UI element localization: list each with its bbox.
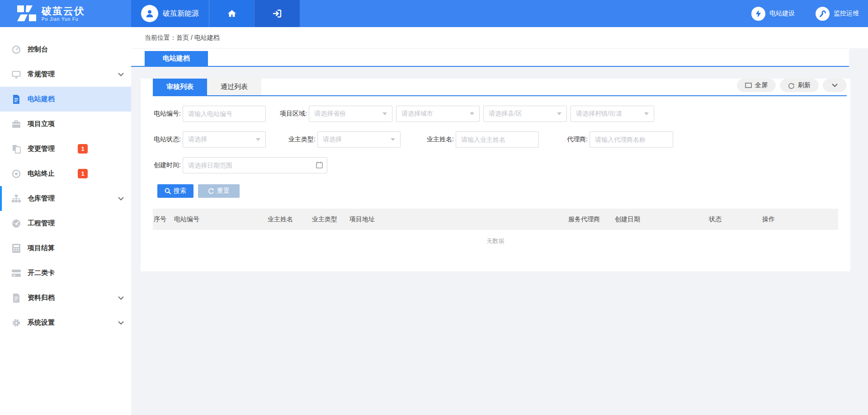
sidebar-item-label: 资料归档 bbox=[28, 294, 55, 302]
filter-row-1: 电站编号: 项目区域: 请选择省份 请选择城市 请选择县/区 bbox=[153, 106, 838, 122]
chevron-down-icon bbox=[118, 73, 124, 76]
search-label: 搜索 bbox=[174, 187, 186, 195]
sidebar-item-label: 项目结算 bbox=[28, 244, 55, 252]
card-icon bbox=[11, 270, 21, 277]
sidebar-item-warehouse-mgmt[interactable]: 仓库管理 bbox=[0, 186, 131, 211]
station-status-select[interactable]: 请选择 bbox=[183, 131, 266, 148]
province-select[interactable]: 请选择省份 bbox=[309, 106, 392, 122]
sidebar-item-label: 项目立项 bbox=[28, 120, 55, 128]
sidebar-item-system-settings[interactable]: 系统设置 bbox=[0, 310, 131, 335]
top-bar-right: 电站建设 监控运维 bbox=[300, 0, 868, 27]
nav-link-label: 监控运维 bbox=[834, 9, 859, 18]
table-header: 序号 电站编号 业主姓名 业主类型 项目地址 服务代理商 创建日期 状态 操作 bbox=[153, 209, 838, 230]
column-header: 服务代理商 bbox=[567, 215, 614, 224]
sidebar-item-label: 常规管理 bbox=[28, 70, 55, 79]
field-label: 业主类型: bbox=[288, 135, 316, 144]
sidebar-item-open-card[interactable]: 开二类卡 bbox=[0, 261, 131, 285]
field-label: 项目区域: bbox=[279, 110, 307, 118]
brand-logo: 破茧云伏 Po Jian Yun Fu bbox=[0, 0, 131, 27]
calculator-icon bbox=[11, 244, 21, 253]
sidebar-item-general-mgmt[interactable]: 常规管理 bbox=[0, 62, 131, 87]
sidebar-item-label: 电站建档 bbox=[28, 95, 55, 103]
column-header: 创建日期 bbox=[614, 215, 708, 224]
briefcase-icon bbox=[11, 120, 21, 128]
sidebar-item-console[interactable]: 控制台 bbox=[0, 37, 131, 62]
select-placeholder: 请选择城市 bbox=[401, 110, 433, 118]
home-button[interactable] bbox=[209, 0, 254, 27]
filter-form: 电站编号: 项目区域: 请选择省份 请选择城市 请选择县/区 bbox=[141, 96, 850, 173]
sidebar-item-label: 仓库管理 bbox=[28, 194, 55, 203]
lightning-icon bbox=[751, 7, 765, 21]
caret-down-icon bbox=[382, 112, 387, 115]
reset-icon bbox=[208, 188, 214, 194]
town-select[interactable]: 请选择村镇/街道 bbox=[571, 106, 654, 122]
search-button[interactable]: 搜索 bbox=[157, 184, 193, 198]
column-header: 操作 bbox=[761, 215, 838, 224]
city-select[interactable]: 请选择城市 bbox=[396, 106, 480, 122]
refresh-button[interactable]: 刷新 bbox=[780, 79, 819, 92]
avatar bbox=[141, 5, 158, 22]
breadcrumb-prefix: 当前位置： bbox=[145, 34, 176, 42]
calendar-icon bbox=[316, 161, 323, 168]
sidebar-item-label: 控制台 bbox=[28, 45, 48, 54]
reset-button[interactable]: 重置 bbox=[198, 184, 240, 198]
breadcrumb: 当前位置： 首页 / 电站建档 bbox=[131, 27, 868, 49]
refresh-label: 刷新 bbox=[798, 81, 811, 89]
column-header: 项目地址 bbox=[349, 215, 567, 224]
user-menu[interactable]: 破茧新能源 bbox=[131, 0, 209, 27]
tab-passed-list[interactable]: 通过列表 bbox=[207, 79, 261, 95]
tab-review-list[interactable]: 审核列表 bbox=[153, 79, 207, 95]
field-label: 电站状态: bbox=[153, 135, 181, 144]
fullscreen-button[interactable]: 全屏 bbox=[737, 79, 776, 92]
page-tab-station-filing[interactable]: 电站建档 bbox=[145, 51, 208, 66]
sidebar-item-data-archive[interactable]: 资料归档 bbox=[0, 285, 131, 310]
refresh-icon bbox=[788, 82, 795, 89]
breadcrumb-path: 首页 / 电站建档 bbox=[176, 34, 220, 42]
owner-name-input[interactable] bbox=[456, 131, 539, 148]
sidebar-item-station-filing[interactable]: 电站建档 bbox=[0, 87, 131, 112]
field-label: 代理商: bbox=[560, 135, 588, 144]
sidebar-item-project-settlement[interactable]: 项目结算 bbox=[0, 236, 131, 261]
filter-actions: 搜索 重置 bbox=[141, 183, 850, 198]
caret-down-icon bbox=[391, 138, 395, 141]
nav-station-construction[interactable]: 电站建设 bbox=[751, 7, 795, 21]
fullscreen-icon bbox=[745, 83, 752, 88]
column-header: 状态 bbox=[708, 215, 761, 224]
county-select[interactable]: 请选择县/区 bbox=[483, 106, 567, 122]
filter-row-2: 电站状态: 请选择 业主类型: 请选择 业主姓名: 代理商: bbox=[153, 131, 838, 148]
sidebar-item-project-initiation[interactable]: 项目立项 bbox=[0, 112, 131, 136]
date-range-input[interactable] bbox=[183, 157, 327, 173]
nav-link-label: 电站建设 bbox=[769, 9, 795, 18]
station-no-input[interactable] bbox=[183, 106, 266, 122]
panel-tab-bar: 审核列表 通过列表 全屏 刷新 bbox=[153, 79, 847, 96]
caret-down-icon bbox=[256, 138, 260, 141]
wrench-icon bbox=[816, 7, 830, 21]
column-header: 业主姓名 bbox=[267, 215, 311, 224]
owner-type-select[interactable]: 请选择 bbox=[317, 131, 401, 148]
sidebar: 控制台 常规管理 电站建档 项目立项 bbox=[0, 27, 131, 415]
monitor-icon bbox=[11, 70, 21, 79]
chevron-down-icon bbox=[118, 321, 124, 325]
main-area: 当前位置： 首页 / 电站建档 电站建档 审核列表 通过列表 全屏 bbox=[131, 27, 868, 415]
sidebar-item-station-termination[interactable]: 电站终止 1 bbox=[0, 161, 131, 186]
caret-down-icon bbox=[557, 112, 561, 115]
caret-down-icon bbox=[644, 112, 649, 115]
nav-monitor-ops[interactable]: 监控运维 bbox=[816, 7, 859, 21]
sidebar-item-change-mgmt[interactable]: 变更管理 1 bbox=[0, 136, 131, 161]
collapse-button[interactable] bbox=[823, 79, 847, 92]
logout-button[interactable] bbox=[254, 0, 300, 27]
chevron-down-icon bbox=[118, 296, 124, 300]
column-header: 序号 bbox=[153, 215, 173, 224]
sidebar-item-engineering-mgmt[interactable]: 工程管理 bbox=[0, 211, 131, 236]
content-area: 审核列表 通过列表 全屏 刷新 bbox=[131, 67, 868, 415]
agent-input[interactable] bbox=[590, 131, 673, 148]
logout-icon bbox=[272, 8, 283, 19]
sidebar-item-label: 开二类卡 bbox=[28, 269, 55, 277]
badge-count: 1 bbox=[78, 169, 88, 178]
fullscreen-label: 全屏 bbox=[755, 81, 768, 89]
page-tab-bar: 电站建档 bbox=[131, 49, 849, 67]
top-bar: 破茧云伏 Po Jian Yun Fu 破茧新能源 电站建设 bbox=[0, 0, 868, 27]
sidebar-item-label: 变更管理 bbox=[28, 145, 55, 153]
filter-row-3: 创建时间: bbox=[153, 157, 838, 173]
badge-count: 1 bbox=[78, 144, 88, 154]
